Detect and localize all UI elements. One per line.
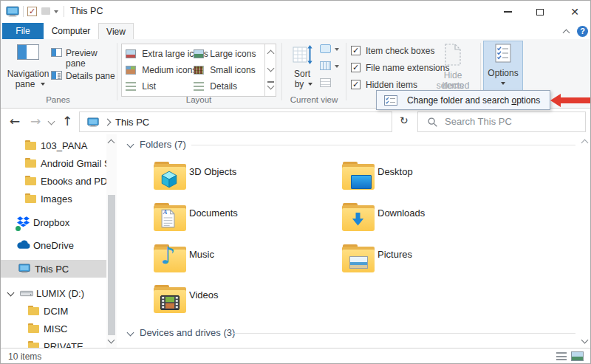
breadcrumb-chevron-icon[interactable] <box>104 119 112 126</box>
preview-pane-label: Preview pane <box>66 48 116 69</box>
scroll-down-icon[interactable] <box>108 337 115 344</box>
collapse-group-icon[interactable] <box>127 141 134 148</box>
content-scrollbar[interactable] <box>580 134 590 348</box>
scroll-down-icon[interactable] <box>581 337 589 344</box>
details-pane-label: Details pane <box>66 71 115 81</box>
checkbox-icon: ✓ <box>351 80 361 89</box>
minimize-button[interactable] <box>493 1 522 23</box>
folder-tile-documents[interactable]: A Documents <box>154 202 331 236</box>
preview-pane-icon <box>51 48 62 57</box>
navigation-pane-button[interactable]: Navigation pane <box>5 41 51 94</box>
group-separator <box>117 43 117 100</box>
maximize-icon <box>536 9 544 16</box>
maximize-button[interactable] <box>525 1 555 23</box>
scroll-up-icon[interactable] <box>581 140 589 147</box>
size-columns-button[interactable] <box>320 78 342 91</box>
small-icons-icon <box>194 66 204 75</box>
search-input[interactable] <box>443 115 579 128</box>
group-header-devices[interactable]: Devices and drives (3) <box>117 326 575 340</box>
folder-tile-pictures[interactable]: Pictures <box>342 243 519 277</box>
refresh-icon[interactable]: ↻ <box>400 114 409 126</box>
sidebar-item-images[interactable]: Images <box>1 190 106 207</box>
gallery-scroll-up-icon[interactable] <box>267 50 275 58</box>
tab-view[interactable]: View <box>98 23 134 39</box>
options-button[interactable]: Options <box>483 41 523 92</box>
layout-item-large-icons[interactable]: Large icons <box>194 46 256 62</box>
sidebar-item-103-pana[interactable]: 103_PANA <box>1 137 106 154</box>
up-icon[interactable]: ↑ <box>62 114 72 128</box>
layout-item-details[interactable]: Details <box>194 78 237 95</box>
gallery-scroll-down-icon[interactable] <box>267 65 275 72</box>
sidebar-item-lumix-drive[interactable]: LUMIX (D:) <box>1 285 106 302</box>
recent-locations-caret-icon[interactable] <box>48 118 55 126</box>
folder-icon <box>28 323 39 333</box>
sidebar-scrollbar[interactable] <box>106 134 117 348</box>
add-columns-button[interactable] <box>320 61 342 74</box>
qat-customize-caret-icon[interactable] <box>54 10 58 13</box>
checkbox-icon: ✓ <box>351 46 361 55</box>
address-box[interactable]: This PC <box>79 111 392 132</box>
forward-icon[interactable]: → <box>30 114 41 128</box>
help-icon[interactable]: ? <box>577 26 588 37</box>
file-explorer-window: ✓ This PC ✕ File Computer View ? Navigat… <box>0 0 591 364</box>
group-rule <box>232 333 575 334</box>
add-columns-icon <box>320 61 331 70</box>
item-count: 10 items <box>8 351 41 362</box>
folder-icon <box>28 306 39 315</box>
medium-icons-icon <box>126 66 136 75</box>
folder-tile-3d-objects[interactable]: 3D Objects <box>154 160 331 194</box>
group-header-folders[interactable]: Folders (7) <box>117 138 575 151</box>
hide-selected-items-icon <box>444 44 462 68</box>
folder-tile-music[interactable]: ♪ Music <box>154 243 331 277</box>
checkbox-label: Item check boxes <box>366 46 434 56</box>
tab-computer[interactable]: Computer <box>44 23 98 39</box>
details-view-toggle-icon[interactable] <box>556 352 567 360</box>
sidebar-item-ebooks[interactable]: Ebooks and PDF <box>1 173 106 190</box>
layout-gallery: Extra large icons Medium icons List Larg… <box>121 44 276 97</box>
documents-letter: A <box>163 209 167 216</box>
folder-tile-downloads[interactable]: Downloads <box>342 202 519 236</box>
breadcrumb-root[interactable]: This PC <box>115 117 149 128</box>
titlebar: ✓ This PC ✕ <box>1 1 590 23</box>
gallery-more-icon[interactable] <box>267 81 274 89</box>
sidebar-item-dropbox[interactable]: Dropbox <box>1 214 106 231</box>
sidebar-item-misc[interactable]: MISC <box>1 320 106 337</box>
details-pane-button[interactable]: Details pane <box>48 69 116 84</box>
collapse-group-icon[interactable] <box>127 329 134 337</box>
sidebar-item-onedrive[interactable]: OneDrive <box>1 237 106 254</box>
collapse-ribbon-icon[interactable] <box>563 30 570 37</box>
hide-selected-label-line2: items <box>426 80 479 91</box>
layout-item-medium-icons[interactable]: Medium icons <box>126 62 197 78</box>
back-icon[interactable]: ← <box>10 114 20 128</box>
search-box[interactable] <box>417 111 586 132</box>
close-button[interactable]: ✕ <box>559 1 590 23</box>
onedrive-icon <box>16 240 30 252</box>
layout-item-small-icons[interactable]: Small icons <box>194 62 256 78</box>
folder-tile-desktop[interactable]: Desktop <box>342 160 519 194</box>
qat-properties-icon[interactable]: ✓ <box>27 7 37 16</box>
sidebar-item-this-pc[interactable]: This PC <box>1 260 106 278</box>
menu-item-change-folder-options[interactable]: Change folder and search options <box>378 92 549 109</box>
layout-item-list[interactable]: List <box>126 78 156 95</box>
sort-by-button[interactable]: Sort by <box>286 41 318 94</box>
scrollbar-thumb[interactable] <box>108 195 115 335</box>
sidebar-item-android-gmail[interactable]: Android Gmail S <box>1 155 106 172</box>
panes-group-label: Panes <box>1 95 115 104</box>
system-menu-computer-icon[interactable] <box>6 6 19 19</box>
this-pc-icon <box>18 264 30 275</box>
large-icons-icon <box>194 49 204 58</box>
folder-icon <box>25 140 36 150</box>
thumbnail-view-toggle-icon[interactable] <box>571 351 584 361</box>
scroll-up-icon[interactable] <box>108 140 115 147</box>
hide-selected-items-button[interactable]: Hide selected items <box>426 41 479 94</box>
preview-pane-button[interactable]: Preview pane <box>48 47 116 61</box>
folder-tile-videos[interactable]: Videos <box>154 284 331 317</box>
sidebar-item-dcim[interactable]: DCIM <box>1 303 106 320</box>
sidebar-item-private[interactable]: PRIVATE <box>1 338 106 348</box>
layout-group-label: Layout <box>121 95 276 104</box>
expand-chevron-icon[interactable] <box>7 289 15 297</box>
group-by-button[interactable] <box>320 44 342 57</box>
tab-file[interactable]: File <box>2 23 44 39</box>
qat-new-folder-icon[interactable] <box>41 7 50 15</box>
options-icon <box>495 44 511 65</box>
